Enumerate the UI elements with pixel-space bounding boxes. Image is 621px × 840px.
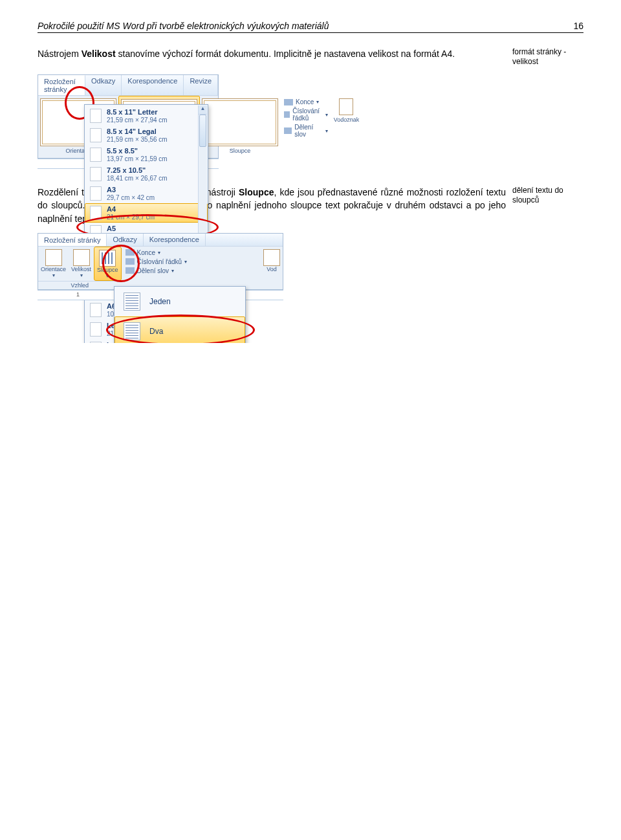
- page-icon: [90, 186, 102, 201]
- hyphenation-icon: [284, 127, 292, 134]
- size-name: A5: [107, 225, 155, 232]
- size-name: 8.5 x 11" Letter: [107, 108, 168, 116]
- page-icon: [90, 109, 102, 123]
- para2-bold: Sloupce: [239, 187, 274, 197]
- size-item-725x105[interactable]: 7.25 x 10.5"18,41 cm × 26,67 cm: [85, 164, 208, 184]
- tab-korespondence-2[interactable]: Korespondence: [144, 234, 206, 246]
- col-one-icon: [124, 293, 140, 311]
- col-item-jeden[interactable]: Jeden: [114, 287, 245, 316]
- page-icon: [90, 128, 102, 142]
- tab-rozlozeni-2[interactable]: Rozložení stránky: [38, 234, 107, 246]
- size-item-legal85x14[interactable]: 8.5 x 14" Legal21,59 cm × 35,56 cm: [85, 126, 208, 145]
- watermark-label: Vod: [267, 266, 277, 272]
- btn-vodoznak-2[interactable]: Vod: [261, 247, 283, 289]
- col-two-icon: [124, 322, 140, 340]
- tab-revize[interactable]: Revize: [184, 75, 218, 95]
- line-numbers-icon: [125, 258, 135, 265]
- page-header: Pokročilé použití MS Word při tvorbě ele…: [38, 21, 583, 33]
- size-dim: 21,59 cm × 27,94 cm: [107, 116, 168, 124]
- columns-label: Sloupce: [97, 267, 118, 273]
- size-dim: 29,7 cm × 42 cm: [107, 194, 155, 201]
- btn-konce-2[interactable]: Konce ▾: [125, 249, 257, 256]
- hyphenation-label: Dělení slov: [137, 267, 169, 274]
- breaks-icon: [284, 99, 293, 105]
- btn-konce[interactable]: Konce ▾: [284, 98, 328, 105]
- columns-icon: [202, 98, 278, 146]
- btn-sloupce[interactable]: Sloupce: [200, 96, 280, 158]
- ruler-tick-1: 1: [76, 291, 80, 298]
- page-icon: [90, 148, 102, 162]
- line-numbers-label: Číslování řádků: [292, 107, 322, 122]
- tab-korespondence[interactable]: Korespondence: [122, 75, 184, 95]
- scroll-up-icon[interactable]: ▲: [199, 105, 207, 115]
- screenshot-velikost: Rozložení stránky Odkazy Korespondence R…: [38, 74, 219, 169]
- breaks-label: Konce: [137, 249, 155, 256]
- breaks-label: Konce: [296, 98, 314, 105]
- hyphenation-label: Dělení slov: [294, 124, 322, 138]
- size-item-55x85[interactable]: 5.5 x 8.5"13,97 cm × 21,59 cm: [85, 145, 208, 164]
- columns-label: Sloupce: [230, 148, 251, 154]
- btn-orientace-2[interactable]: Orientace▾: [38, 247, 69, 281]
- screenshot-sloupce: Rozložení stránky Odkazy Korespondence O…: [38, 233, 283, 300]
- line-numbers-icon: [284, 111, 290, 118]
- btn-cislovani[interactable]: Číslování řádků ▾: [284, 107, 328, 122]
- col-item-dva[interactable]: Dva: [114, 316, 245, 343]
- watermark-icon: [263, 249, 280, 266]
- size-item-letter85x11[interactable]: 8.5 x 11" Letter21,59 cm × 27,94 cm: [85, 106, 208, 126]
- btn-deleni-2[interactable]: Dělení slov ▾: [125, 267, 257, 274]
- size-dim: 21,59 cm × 35,56 cm: [107, 136, 168, 143]
- size-item-a3[interactable]: A329,7 cm × 42 cm: [85, 184, 208, 203]
- tab-odkazy-2[interactable]: Odkazy: [107, 234, 143, 246]
- size-item-a4[interactable]: A421 cm × 29,7 cm: [85, 203, 208, 223]
- columns-icon: [99, 250, 116, 267]
- tab-odkazy[interactable]: Odkazy: [85, 75, 122, 95]
- orientation-icon: [45, 249, 62, 266]
- page-number: 16: [573, 21, 583, 31]
- size-name: 5.5 x 8.5": [107, 147, 168, 155]
- page-icon: [90, 303, 102, 317]
- btn-sloupce-2[interactable]: Sloupce▾: [94, 247, 122, 281]
- size-name: 8.5 x 14" Legal: [107, 127, 168, 135]
- watermark-label: Vodoznak: [334, 116, 360, 123]
- size-name: A3: [107, 186, 155, 193]
- para1-t1: Nástrojem: [38, 49, 82, 59]
- size-name: 7.25 x 10.5": [107, 166, 168, 174]
- watermark-icon: [339, 98, 353, 115]
- col-two-label: Dva: [149, 327, 163, 336]
- page-icon: [90, 206, 102, 220]
- col-one-label: Jeden: [149, 297, 171, 306]
- line-numbers-label: Číslování řádků: [137, 258, 182, 265]
- page-icon: [90, 342, 102, 343]
- btn-deleni[interactable]: Dělení slov ▾: [284, 124, 328, 138]
- btn-cislovani-2[interactable]: Číslování řádků ▾: [125, 258, 257, 265]
- size-dim: 13,97 cm × 21,59 cm: [107, 155, 168, 162]
- margin-note-velikost: formát stránky - velikost: [512, 47, 583, 67]
- size-label: Velikost: [71, 266, 91, 272]
- para1-t2: stanovíme výchozí formát dokumentu. Impl…: [116, 49, 455, 59]
- tab-rozlozeni[interactable]: Rozložení stránky: [38, 75, 85, 95]
- columns-dropdown: Jeden Dva Tři Vlevo Vpravo Další sloupce…: [114, 286, 246, 343]
- btn-velikost-2[interactable]: Velikost▾: [69, 247, 94, 281]
- ribbon-page-layout-2: Rozložení stránky Odkazy Korespondence O…: [38, 233, 283, 290]
- page-icon: [90, 167, 102, 181]
- size-icon: [73, 249, 90, 266]
- size-dim: 18,41 cm × 26,67 cm: [107, 175, 168, 182]
- breaks-icon: [125, 249, 135, 256]
- page-icon: [90, 322, 102, 337]
- header-title: Pokročilé použití MS Word při tvorbě ele…: [38, 21, 329, 31]
- paragraph-velikost: Nástrojem Velikost stanovíme výchozí for…: [38, 47, 583, 67]
- group-vzhled: Vzhled: [38, 281, 122, 289]
- hyphenation-icon: [125, 267, 135, 274]
- orientation-label: Orientace: [41, 266, 66, 272]
- para1-bold: Velikost: [82, 49, 116, 59]
- btn-vodoznak[interactable]: Vodoznak: [332, 96, 362, 158]
- scroll-thumb[interactable]: [199, 115, 206, 147]
- size-name: A4: [107, 205, 155, 213]
- size-dim: 21 cm × 29,7 cm: [107, 214, 155, 221]
- margin-note-sloupce: dělení textu do sloupců: [512, 186, 583, 205]
